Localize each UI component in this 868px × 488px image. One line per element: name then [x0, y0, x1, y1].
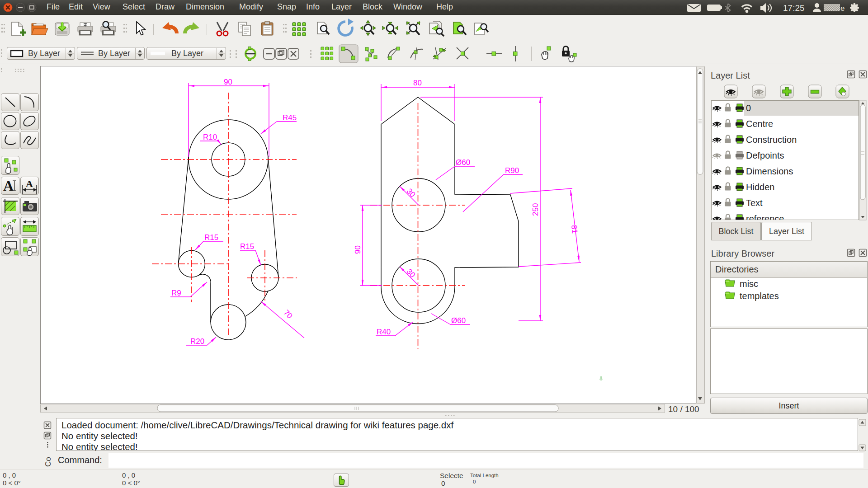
svg-text:250: 250	[531, 203, 540, 216]
svg-text:R90: R90	[505, 166, 519, 175]
svg-text:90: 90	[354, 245, 362, 254]
svg-text:70: 70	[282, 308, 294, 320]
svg-text:Centre: Centre	[746, 119, 773, 129]
svg-text:R10: R10	[203, 133, 217, 141]
svg-text:R15: R15	[240, 242, 254, 251]
svg-text:R40: R40	[377, 328, 391, 336]
svg-text:Ø60: Ø60	[451, 316, 466, 325]
svg-text:templates: templates	[740, 291, 779, 301]
svg-text:30: 30	[405, 187, 417, 199]
svg-text:17:25: 17:25	[783, 3, 805, 13]
svg-text:Dimensions: Dimensions	[746, 166, 793, 176]
svg-text:reference: reference	[746, 214, 784, 220]
svg-text:80: 80	[413, 79, 422, 87]
svg-text:misc: misc	[740, 279, 758, 289]
svg-text:R20: R20	[190, 337, 204, 346]
svg-text:R9: R9	[171, 289, 181, 297]
svg-text:Co: Co	[44, 457, 52, 467]
svg-text:R45: R45	[283, 113, 297, 122]
svg-text:R15: R15	[204, 233, 218, 242]
svg-text:Text: Text	[746, 198, 763, 208]
svg-text:Hidden: Hidden	[746, 182, 774, 192]
svg-text:0: 0	[746, 103, 751, 113]
svg-text:Ø60: Ø60	[456, 158, 470, 167]
svg-text:e: e	[840, 4, 844, 13]
svg-text:90: 90	[224, 78, 232, 86]
svg-text:Construction: Construction	[746, 135, 797, 145]
svg-text:81: 81	[570, 225, 579, 234]
svg-text:Defpoints: Defpoints	[746, 150, 784, 160]
svg-text:A: A	[3, 178, 14, 194]
svg-text:A: A	[26, 178, 33, 189]
svg-text:30: 30	[405, 267, 417, 279]
